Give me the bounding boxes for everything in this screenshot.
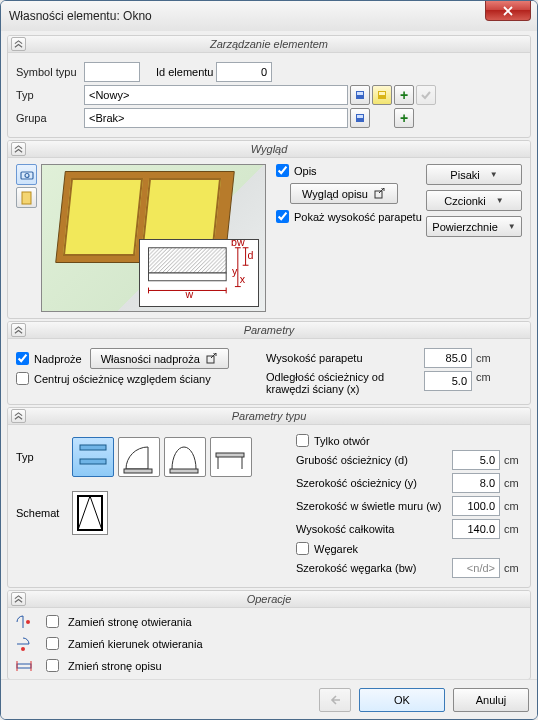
wlasnosci-nadproza-button[interactable]: Własności nadproża [90, 348, 229, 369]
external-icon [206, 353, 218, 365]
type-option-arc-m[interactable] [164, 437, 206, 477]
czcionki-button[interactable]: Czcionki [426, 190, 522, 211]
szer-y-label: Szerokość ościeżnicy (y) [296, 477, 452, 489]
ok-label: OK [394, 694, 410, 706]
collapse-button[interactable] [11, 323, 26, 337]
svg-rect-22 [216, 453, 244, 457]
section-header-manage: Zarządzanie elementem [8, 36, 530, 53]
symbol-input[interactable] [84, 62, 140, 82]
svg-point-7 [25, 173, 29, 177]
svg-rect-3 [379, 92, 385, 95]
type-option-arc-l[interactable] [118, 437, 160, 477]
save-group-button[interactable] [350, 108, 370, 128]
tylko-otwor-checkbox[interactable] [296, 434, 309, 447]
chevron-up-icon [14, 145, 23, 154]
collapse-button[interactable] [11, 592, 26, 606]
wys-parapetu-input[interactable] [424, 348, 472, 368]
section-manage: Zarządzanie elementem Symbol typu Id ele… [7, 35, 531, 138]
section-header-view: Wygląd [8, 141, 530, 158]
schemat-icon [75, 493, 105, 533]
section-view: Wygląd [7, 140, 531, 319]
chevron-up-icon [14, 595, 23, 604]
type-option-arc-r[interactable] [210, 437, 252, 477]
op-swap-dir: Zamień kierunek otwierania [14, 634, 524, 653]
chevron-up-icon [14, 326, 23, 335]
section-header-ops: Operacje [8, 591, 530, 608]
close-button[interactable] [485, 1, 531, 21]
undo-button [319, 688, 351, 712]
wys-input[interactable] [452, 519, 500, 539]
odl-input[interactable] [424, 371, 472, 391]
svg-text:y: y [232, 265, 238, 277]
svg-text:x: x [240, 273, 246, 285]
view-tab-2d[interactable] [16, 187, 37, 208]
powierzchnie-label: Powierzchnie [432, 221, 497, 233]
grupa-value: <Brak> [89, 112, 124, 124]
close-icon [503, 6, 513, 16]
szer-y-input[interactable] [452, 473, 500, 493]
op-desc-side: Zmień stronę opisu [14, 656, 524, 675]
nadproze-label: Nadproże [34, 353, 82, 365]
save-type-button[interactable] [350, 85, 370, 105]
camera-icon [20, 168, 34, 182]
typ-label: Typ [16, 89, 84, 101]
view-tab-3d[interactable] [16, 164, 37, 185]
cancel-button[interactable]: Anuluj [453, 688, 529, 712]
pisaki-button[interactable]: Pisaki [426, 164, 522, 185]
powierzchnie-button[interactable]: Powierzchnie [426, 216, 522, 237]
type-option-rect[interactable] [72, 437, 114, 477]
grubosc-input[interactable] [452, 450, 500, 470]
pokaz-checkbox-row: Pokaż wysokość parapetu [276, 210, 426, 223]
svg-rect-17 [207, 356, 214, 363]
schemat-button[interactable] [72, 491, 108, 535]
szer-w-label: Szerokość w świetle muru (w) [296, 500, 452, 512]
collapse-button[interactable] [11, 409, 26, 423]
svg-rect-21 [170, 469, 198, 473]
wegarek-checkbox[interactable] [296, 542, 309, 555]
add-group-button[interactable]: + [394, 108, 414, 128]
szer-bw-label: Szerokość węgarka (bw) [296, 562, 452, 574]
section-header-params: Parametry [8, 322, 530, 339]
section-params: Parametry Nadproże Własności nadproża [7, 321, 531, 405]
ok-button[interactable]: OK [359, 688, 445, 712]
nadproze-checkbox[interactable] [16, 352, 29, 365]
op-desc-side-checkbox[interactable] [46, 659, 59, 672]
op-swap-dir-checkbox[interactable] [46, 637, 59, 650]
op-desc-side-label: Zmień stronę opisu [68, 660, 162, 672]
opis-label: Opis [294, 165, 317, 177]
unit-label: cm [504, 454, 519, 466]
centruj-checkbox[interactable] [16, 372, 29, 385]
typ-combo[interactable]: <Nowy> [84, 85, 348, 105]
grupa-combo[interactable]: <Brak> [84, 108, 348, 128]
tylko-otwor-label: Tylko otwór [314, 435, 370, 447]
collapse-button[interactable] [11, 142, 26, 156]
save-type-as-button[interactable] [372, 85, 392, 105]
nadproze-btn-label: Własności nadproża [101, 353, 200, 365]
preview-3d: w d bw x y [41, 164, 266, 312]
desc-side-icon [14, 657, 36, 675]
svg-rect-1 [357, 92, 363, 95]
wyglad-opisu-button[interactable]: Wygląd opisu [290, 183, 398, 204]
wyglad-opisu-label: Wygląd opisu [302, 188, 368, 200]
page-icon [20, 191, 34, 205]
nadproze-row: Nadproże [16, 352, 82, 365]
opis-checkbox[interactable] [276, 164, 289, 177]
dialog-body: Zarządzanie elementem Symbol typu Id ele… [1, 31, 537, 679]
unit-label: cm [504, 523, 519, 535]
collapse-button[interactable] [11, 37, 26, 51]
external-icon [374, 188, 386, 200]
section-ops: Operacje Zamień stronę otwierania Zamień… [7, 590, 531, 679]
type-label: Typ [16, 451, 72, 463]
diskette-blue-icon [355, 90, 365, 100]
unit-label: cm [504, 500, 519, 512]
view-tab-rail [16, 164, 37, 312]
schemat-label: Schemat [16, 507, 72, 519]
op-swap-side-checkbox[interactable] [46, 615, 59, 628]
section-title: Operacje [247, 593, 292, 605]
szer-w-input[interactable] [452, 496, 500, 516]
add-type-button[interactable]: + [394, 85, 414, 105]
unit-label: cm [476, 371, 491, 383]
id-input[interactable] [216, 62, 272, 82]
unit-label: cm [504, 562, 519, 574]
pokaz-checkbox[interactable] [276, 210, 289, 223]
